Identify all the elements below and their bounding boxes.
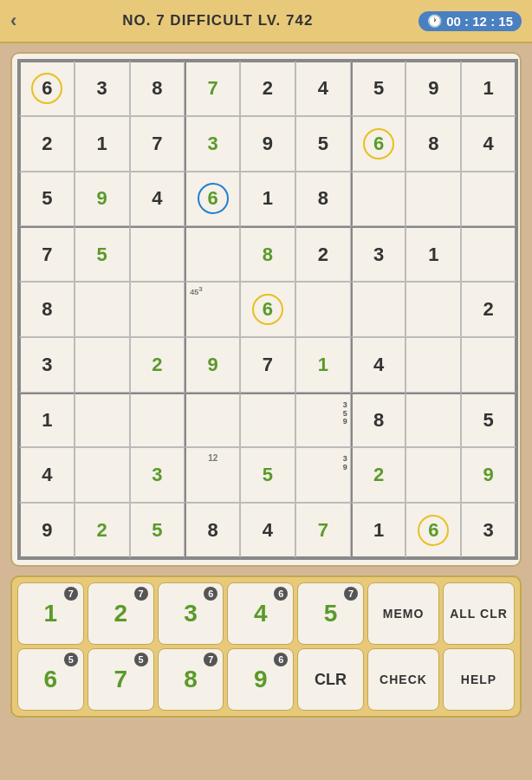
header: ‹ NO. 7 DIFFICULT LV. 742 🕐 00 : 12 : 15: [0, 0, 532, 43]
cell-r3-c4[interactable]: 8: [240, 226, 295, 282]
cell-r6-c4[interactable]: [240, 393, 295, 448]
cell-r4-c0[interactable]: 8: [19, 282, 75, 337]
cell-r1-c4[interactable]: 9: [240, 116, 295, 172]
cell-r1-c3[interactable]: 3: [185, 116, 240, 172]
cell-r4-c6[interactable]: [351, 282, 406, 337]
cell-r8-c7[interactable]: 6: [405, 503, 461, 558]
cell-r6-c1[interactable]: [75, 393, 130, 448]
cell-r8-c8[interactable]: 3: [461, 503, 516, 558]
cell-r8-c6[interactable]: 1: [351, 503, 406, 558]
timer-icon: 🕐: [427, 14, 442, 28]
cell-r5-c3[interactable]: 9: [185, 337, 240, 393]
num-btn-9[interactable]: 69: [227, 648, 294, 711]
cell-r1-c8[interactable]: 4: [461, 116, 516, 172]
num-btn-3[interactable]: 63: [158, 582, 224, 645]
puzzle-title: NO. 7 DIFFICULT LV. 742: [122, 12, 313, 29]
cell-r7-c8[interactable]: 9: [461, 447, 516, 503]
clr-button[interactable]: CLR: [297, 648, 364, 711]
cell-r4-c2[interactable]: [130, 282, 185, 337]
cell-r7-c0[interactable]: 4: [19, 447, 75, 503]
cell-r5-c1[interactable]: [75, 337, 130, 393]
cell-r0-c4[interactable]: 2: [240, 61, 295, 116]
cell-r2-c8[interactable]: [461, 172, 516, 227]
cell-r7-c4[interactable]: 5: [240, 447, 295, 503]
cell-r7-c2[interactable]: 3: [130, 447, 185, 503]
cell-r7-c1[interactable]: [75, 447, 130, 503]
cell-r7-c7[interactable]: [405, 447, 461, 503]
cell-r0-c1[interactable]: 3: [75, 61, 130, 116]
cell-r3-c0[interactable]: 7: [19, 226, 75, 282]
numpad: 717263647556577869CLR: [17, 582, 364, 711]
cell-r3-c6[interactable]: 3: [351, 226, 406, 282]
cell-r5-c4[interactable]: 7: [240, 337, 295, 393]
help-button[interactable]: HELP: [443, 648, 515, 711]
num-btn-5[interactable]: 75: [297, 582, 364, 645]
cell-r0-c7[interactable]: 9: [405, 61, 461, 116]
cell-r7-c3[interactable]: 12: [185, 447, 240, 503]
num-btn-4[interactable]: 64: [227, 582, 294, 645]
back-button[interactable]: ‹: [10, 10, 16, 32]
cell-r2-c5[interactable]: 8: [295, 172, 351, 227]
cell-r0-c2[interactable]: 8: [130, 61, 185, 116]
cell-r6-c2[interactable]: [130, 393, 185, 448]
cell-r5-c5[interactable]: 1: [295, 337, 351, 393]
cell-r8-c2[interactable]: 5: [130, 503, 185, 558]
cell-r8-c4[interactable]: 4: [240, 503, 295, 558]
cell-r8-c0[interactable]: 9: [19, 503, 75, 558]
num-btn-7[interactable]: 57: [88, 648, 154, 711]
check-button[interactable]: CHECK: [367, 648, 439, 711]
cell-r7-c6[interactable]: 2: [351, 447, 406, 503]
cell-r5-c2[interactable]: 2: [130, 337, 185, 393]
cell-r6-c5[interactable]: 359: [295, 393, 351, 448]
cell-r1-c7[interactable]: 8: [405, 116, 461, 172]
cell-r5-c8[interactable]: [461, 337, 516, 393]
cell-r3-c1[interactable]: 5: [75, 226, 130, 282]
memo-button[interactable]: MEMO: [367, 582, 439, 645]
cell-r3-c2[interactable]: [130, 226, 185, 282]
cell-r3-c8[interactable]: [461, 226, 516, 282]
cell-r8-c3[interactable]: 8: [185, 503, 240, 558]
cell-r2-c7[interactable]: [405, 172, 461, 227]
cell-r2-c0[interactable]: 5: [19, 172, 75, 227]
cell-r0-c8[interactable]: 1: [461, 61, 516, 116]
all-clr-button[interactable]: ALL CLR: [443, 582, 515, 645]
cell-r1-c6[interactable]: 6: [351, 116, 406, 172]
cell-r6-c0[interactable]: 1: [19, 393, 75, 448]
num-btn-6[interactable]: 56: [17, 648, 84, 711]
cell-r5-c7[interactable]: [405, 337, 461, 393]
cell-r5-c0[interactable]: 3: [19, 337, 75, 393]
cell-r0-c5[interactable]: 4: [295, 61, 351, 116]
cell-r2-c4[interactable]: 1: [240, 172, 295, 227]
cell-r5-c6[interactable]: 4: [351, 337, 406, 393]
cell-r6-c3[interactable]: [185, 393, 240, 448]
cell-r1-c2[interactable]: 7: [130, 116, 185, 172]
cell-r4-c7[interactable]: [405, 282, 461, 337]
cell-r0-c6[interactable]: 5: [351, 61, 406, 116]
cell-r4-c5[interactable]: [295, 282, 351, 337]
cell-r7-c5[interactable]: 39: [295, 447, 351, 503]
cell-r3-c3[interactable]: [185, 226, 240, 282]
cell-r1-c1[interactable]: 1: [75, 116, 130, 172]
cell-r0-c3[interactable]: 7: [185, 61, 240, 116]
cell-r0-c0[interactable]: 6: [19, 61, 75, 116]
cell-r4-c3[interactable]: 453: [185, 282, 240, 337]
cell-r8-c1[interactable]: 2: [75, 503, 130, 558]
cell-r8-c5[interactable]: 7: [295, 503, 351, 558]
cell-r4-c8[interactable]: 2: [461, 282, 516, 337]
cell-r3-c7[interactable]: 1: [405, 226, 461, 282]
cell-r2-c1[interactable]: 9: [75, 172, 130, 227]
cell-r2-c6[interactable]: [351, 172, 406, 227]
cell-r2-c2[interactable]: 4: [130, 172, 185, 227]
cell-r4-c1[interactable]: [75, 282, 130, 337]
cell-r2-c3[interactable]: 6: [185, 172, 240, 227]
num-btn-2[interactable]: 72: [88, 582, 154, 645]
cell-r3-c5[interactable]: 2: [295, 226, 351, 282]
num-btn-1[interactable]: 71: [17, 582, 84, 645]
cell-r6-c7[interactable]: [405, 393, 461, 448]
cell-r6-c8[interactable]: 5: [461, 393, 516, 448]
cell-r1-c5[interactable]: 5: [295, 116, 351, 172]
cell-r4-c4[interactable]: 6: [240, 282, 295, 337]
num-btn-8[interactable]: 78: [158, 648, 224, 711]
cell-r1-c0[interactable]: 2: [19, 116, 75, 172]
cell-r6-c6[interactable]: 8: [351, 393, 406, 448]
